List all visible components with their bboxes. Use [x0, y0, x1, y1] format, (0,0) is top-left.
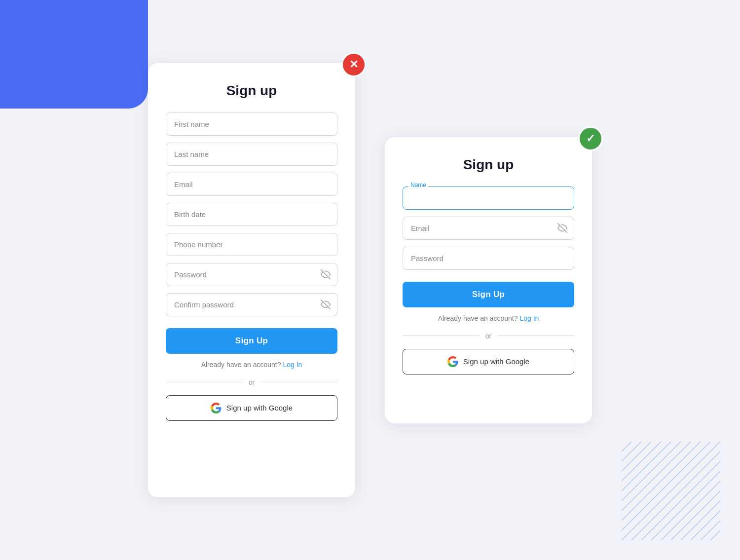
last-name-input[interactable] [166, 143, 337, 166]
right-google-logo-icon [447, 356, 458, 367]
password-right-group [403, 247, 574, 270]
password-left-toggle-icon[interactable] [321, 269, 331, 279]
email-right-input[interactable] [403, 217, 574, 240]
first-name-group [166, 112, 337, 136]
left-divider-line-left [166, 382, 243, 382]
left-signup-button[interactable]: Sign Up [166, 328, 337, 354]
phone-number-input[interactable] [166, 233, 337, 256]
right-already-account-text: Already have an account? [438, 314, 518, 322]
birth-date-group [166, 203, 337, 226]
success-badge: ✓ [578, 126, 603, 151]
check-icon: ✓ [586, 132, 595, 145]
email-right-toggle-icon[interactable] [557, 223, 567, 233]
right-google-button-label: Sign up with Google [463, 357, 529, 366]
right-card-title: Sign up [403, 157, 574, 173]
right-divider-line-right [497, 336, 574, 336]
confirm-password-group [166, 293, 337, 316]
email-right-group [403, 217, 574, 240]
password-right-input[interactable] [403, 247, 574, 270]
name-right-group: Name [403, 187, 574, 210]
left-login-link[interactable]: Log In [283, 361, 302, 369]
right-login-link[interactable]: Log In [519, 314, 539, 322]
left-card-title: Sign up [166, 83, 337, 99]
confirm-password-input[interactable] [166, 293, 337, 316]
left-google-button[interactable]: Sign up with Google [166, 395, 337, 421]
google-logo-icon [211, 403, 222, 413]
password-left-input[interactable] [166, 263, 337, 286]
password-left-group [166, 263, 337, 286]
email-left-input[interactable] [166, 173, 337, 196]
error-badge: ✕ [341, 52, 366, 77]
page-content: ✕ Sign up [0, 0, 740, 560]
right-signup-card: ✓ Sign up Name Sign Up [385, 137, 592, 423]
birth-date-input[interactable] [166, 203, 337, 226]
already-account-text: Already have an account? [201, 361, 281, 369]
confirm-password-toggle-icon[interactable] [321, 299, 331, 309]
left-google-button-label: Sign up with Google [226, 404, 293, 412]
left-divider-line-right [260, 382, 337, 382]
right-signup-button[interactable]: Sign Up [403, 282, 574, 307]
left-login-text: Already have an account? Log In [166, 361, 337, 369]
left-signup-card: ✕ Sign up [148, 63, 355, 497]
left-divider: or [166, 378, 337, 386]
right-divider-line-left [403, 336, 480, 336]
right-google-button[interactable]: Sign up with Google [403, 349, 574, 374]
email-left-group [166, 173, 337, 196]
close-icon: ✕ [349, 58, 358, 71]
phone-number-group [166, 233, 337, 256]
right-divider-text: or [485, 332, 491, 340]
last-name-group [166, 143, 337, 166]
first-name-input[interactable] [166, 112, 337, 136]
right-login-text: Already have an account? Log In [403, 314, 574, 322]
left-divider-text: or [249, 378, 255, 386]
name-right-input[interactable] [403, 187, 574, 210]
right-divider: or [403, 332, 574, 340]
